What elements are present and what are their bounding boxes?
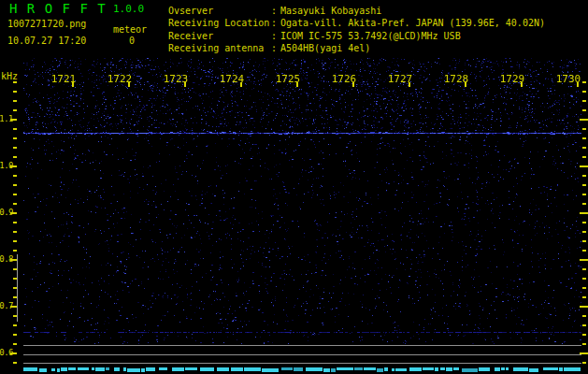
time-tick-label: 1725 [267, 73, 308, 85]
station-field-value: A504HB(yagi 4el) [280, 42, 370, 54]
time-tick [240, 82, 242, 87]
freq-major-tick [580, 119, 588, 121]
station-info-row: Ovserver:Masayuki Kobayashi [168, 5, 545, 17]
time-tick-label: 1729 [492, 73, 533, 85]
time-tick [409, 82, 410, 87]
station-field-value: ICOM IC-575 53.7492(@LCD)MHz USB [280, 30, 461, 42]
capture-filename: 1007271720.png [7, 19, 86, 29]
station-field-separator: : [271, 5, 280, 17]
freq-major-tick [580, 165, 588, 167]
station-field-value: Masayuki Kobayashi [280, 5, 381, 17]
station-field-label: Ovserver [168, 5, 271, 17]
meteor-counter-value: 0 [129, 36, 135, 46]
time-tick-label: 1724 [211, 73, 252, 85]
hrofft-window: H R O F F T 1.0.0 1007271720.png meteor … [0, 0, 588, 374]
freq-major-tick [10, 259, 17, 261]
station-info-row: Receiving antenna:A504HB(yagi 4el) [168, 42, 545, 54]
level-scale-line [17, 254, 18, 322]
freq-major-tick [580, 352, 588, 354]
time-tick [296, 82, 298, 87]
station-field-separator: : [271, 30, 280, 42]
station-info-row: Receiving Location:Ogata-vill. Akita-Pre… [168, 17, 545, 29]
meteor-counter-label: meteor [113, 24, 147, 35]
station-field-separator: : [271, 17, 280, 29]
station-field-label: Receiver [168, 30, 271, 42]
freq-axis-unit-label: kHz [1, 71, 18, 81]
station-info-row: Receiver:ICOM IC-575 53.7492(@LCD)MHz US… [168, 30, 545, 42]
time-tick [352, 82, 354, 87]
freq-major-tick [580, 212, 588, 214]
station-field-label: Receiving Location [168, 17, 271, 29]
freq-major-tick [10, 306, 17, 308]
time-tick [577, 82, 579, 87]
time-tick-label: 1726 [323, 73, 365, 85]
time-tick-label: 1723 [155, 73, 196, 85]
time-tick-label: 1727 [380, 73, 421, 85]
freq-major-tick [580, 259, 588, 261]
freq-major-tick [10, 119, 17, 121]
app-title: H R O F F T [9, 1, 107, 16]
freq-major-tick [10, 165, 17, 167]
time-tick-label: 1728 [436, 73, 477, 85]
station-field-value: Ogata-vill. Akita-Pref. JAPAN (139.96E, … [280, 17, 545, 29]
spectrogram-canvas [23, 58, 581, 372]
station-field-separator: : [271, 42, 280, 54]
freq-axis-minor-ticks-right [582, 81, 586, 366]
freq-major-tick [10, 212, 17, 214]
time-tick-label: 1721 [43, 73, 84, 85]
freq-major-tick [10, 352, 17, 354]
app-version: 1.0.0 [113, 3, 144, 15]
time-tick-label: 1730 [548, 73, 588, 85]
station-field-label: Receiving antenna [168, 42, 271, 54]
capture-timestamp: 10.07.27 17:20 [7, 36, 86, 46]
time-tick-label: 1722 [99, 73, 140, 85]
time-tick [72, 82, 74, 87]
time-tick [465, 82, 466, 87]
freq-major-tick [580, 306, 588, 308]
station-info-block: Ovserver:Masayuki KobayashiReceiving Loc… [168, 5, 545, 55]
freq-axis-minor-ticks-left [13, 81, 17, 366]
time-tick [128, 82, 130, 87]
time-tick [521, 82, 523, 87]
time-tick [184, 82, 186, 87]
